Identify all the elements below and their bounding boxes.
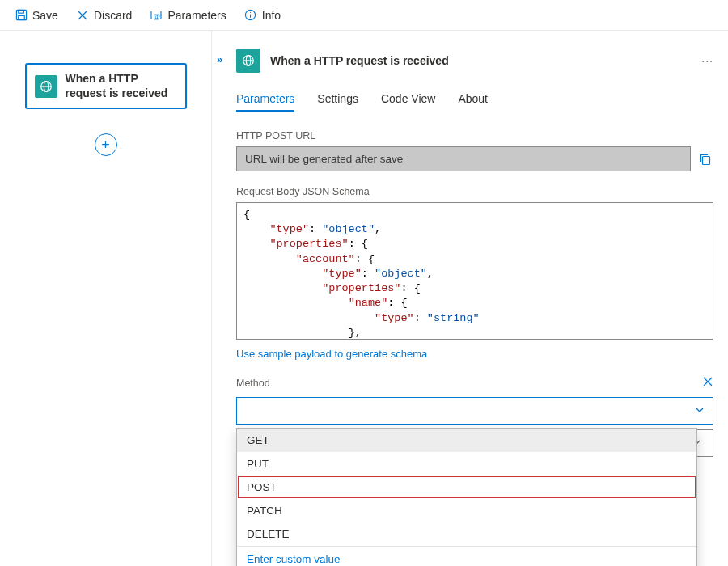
method-option-post[interactable]: POST [237, 475, 696, 499]
sample-payload-link[interactable]: Use sample payload to generate schema [236, 348, 427, 360]
detail-title: When a HTTP request is received [270, 54, 449, 67]
parameters-icon: @ [150, 9, 163, 22]
svg-point-8 [250, 12, 251, 13]
save-icon [15, 9, 28, 22]
command-bar: Save Discard @ Parameters Info [0, 0, 728, 31]
trigger-card[interactable]: When a HTTP request is received [25, 63, 187, 109]
http-trigger-icon [35, 75, 57, 98]
save-button[interactable]: Save [6, 5, 66, 26]
method-field: Method GET PUT POST PATCH DEL [236, 376, 713, 424]
detail-pane: » When a HTTP request is received ··· Pa… [212, 31, 728, 566]
url-field: URL will be generated after save [236, 146, 691, 171]
svg-text:@: @ [154, 12, 160, 20]
svg-rect-15 [703, 156, 710, 164]
method-option-patch[interactable]: PATCH [237, 499, 696, 522]
svg-rect-2 [18, 15, 24, 19]
collapse-toggle[interactable]: » [217, 53, 222, 65]
more-menu-button[interactable]: ··· [701, 54, 713, 67]
canvas-pane: When a HTTP request is received + [0, 31, 212, 566]
info-icon [244, 9, 257, 22]
remove-parameter-button[interactable] [702, 376, 713, 391]
info-label: Info [262, 9, 281, 22]
parameters-button[interactable]: @ Parameters [142, 5, 234, 26]
method-dropdown: GET PUT POST PATCH DELETE Enter custom v… [236, 428, 697, 566]
svg-rect-1 [18, 10, 23, 13]
detail-header: When a HTTP request is received ··· [236, 49, 713, 73]
close-icon [76, 9, 89, 22]
method-select[interactable] [236, 397, 713, 424]
discard-label: Discard [94, 9, 132, 22]
tab-settings[interactable]: Settings [317, 87, 358, 112]
trigger-card-label: When a HTTP request is received [66, 72, 177, 100]
method-option-delete[interactable]: DELETE [237, 522, 696, 546]
discard-button[interactable]: Discard [68, 5, 140, 26]
schema-editor[interactable]: { "type": "object", "properties": { "acc… [236, 202, 713, 340]
method-option-custom[interactable]: Enter custom value [237, 546, 696, 566]
copy-url-button[interactable] [697, 151, 713, 167]
add-step-button[interactable]: + [95, 133, 117, 156]
plus-icon: + [101, 137, 110, 154]
method-option-get[interactable]: GET [237, 429, 696, 452]
url-field-label: HTTP POST URL [236, 130, 713, 142]
http-trigger-icon [236, 49, 260, 73]
save-label: Save [32, 9, 58, 22]
tab-code-view[interactable]: Code View [381, 87, 435, 112]
detail-tabs: Parameters Settings Code View About [236, 87, 713, 112]
tab-parameters[interactable]: Parameters [236, 87, 294, 112]
method-field-label: Method [236, 378, 270, 389]
method-option-put[interactable]: PUT [237, 452, 696, 475]
chevron-down-icon [695, 404, 705, 417]
schema-field-label: Request Body JSON Schema [236, 186, 713, 197]
tab-about[interactable]: About [458, 87, 488, 112]
info-button[interactable]: Info [236, 5, 289, 26]
parameters-label: Parameters [167, 9, 226, 22]
